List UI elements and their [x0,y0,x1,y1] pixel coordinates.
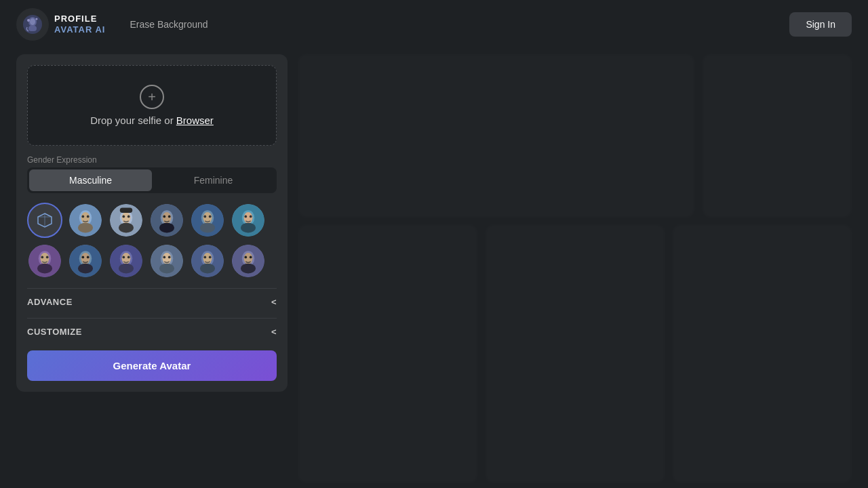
svg-point-42 [37,264,52,274]
avatar-item[interactable] [68,243,103,279]
svg-point-72 [241,264,256,274]
right-bottom-card-2 [486,225,665,483]
customize-chevron-icon: < [271,327,277,337]
svg-point-17 [119,223,134,233]
right-bottom-card-3 [673,225,852,483]
gender-toggle: Masculine Feminine [27,167,277,193]
right-bottom-card-1 [298,225,477,483]
svg-point-10 [87,216,90,218]
svg-point-47 [87,256,90,259]
svg-point-53 [127,256,130,259]
logo-text: PROFILE AVATAR AI [54,14,105,35]
svg-rect-3 [28,26,37,31]
svg-point-71 [250,256,252,259]
svg-point-41 [46,256,49,259]
gender-label: Gender Expression [27,155,277,165]
svg-point-28 [203,216,206,218]
svg-point-29 [209,216,212,218]
svg-point-58 [163,256,165,259]
advance-section: ADVANCE < [27,288,277,308]
logo: PROFILE AVATAR AI [16,8,105,41]
svg-point-64 [203,256,206,259]
generate-avatar-button[interactable]: Generate Avatar [27,350,277,381]
left-panel: + Drop your selfie or Browser Gender Exp… [16,54,288,392]
avatar-item[interactable] [231,203,266,238]
avatar-item[interactable] [108,203,144,238]
avatar-item[interactable] [190,203,225,238]
svg-point-36 [241,223,256,233]
sign-in-button[interactable]: Sign In [789,12,852,37]
avatar-item[interactable] [149,203,184,238]
svg-point-48 [78,264,93,274]
svg-point-9 [81,216,84,218]
customize-label: CUSTOMIZE [27,327,82,337]
avatar-item[interactable] [27,243,62,279]
header-left: PROFILE AVATAR AI Erase Background [16,8,208,41]
svg-point-22 [163,216,165,218]
upload-area[interactable]: + Drop your selfie or Browser [27,65,277,146]
upload-plus-icon: + [140,85,164,109]
svg-point-16 [127,216,130,218]
svg-rect-18 [120,208,132,213]
svg-point-54 [119,264,134,274]
avatar-row-1 [27,203,277,238]
svg-point-60 [159,264,174,274]
svg-point-11 [78,223,93,233]
advance-header[interactable]: ADVANCE < [27,297,277,308]
feminine-button[interactable]: Feminine [152,169,275,191]
header: PROFILE AVATAR AI Erase Background Sign … [0,0,868,49]
avatar-3d-icon[interactable] [27,203,62,238]
svg-point-5 [36,18,38,20]
svg-point-40 [41,256,43,259]
avatar-item[interactable] [149,243,184,279]
right-card-2 [703,54,852,217]
svg-point-30 [200,223,215,233]
main-content: + Drop your selfie or Browser Gender Exp… [0,49,868,488]
svg-point-35 [250,216,252,218]
avatar-item[interactable] [68,203,103,238]
customize-section: CUSTOMIZE < [27,318,277,338]
logo-icon [16,8,49,41]
svg-point-15 [122,216,125,218]
browser-link[interactable]: Browser [176,115,214,126]
svg-point-23 [168,216,171,218]
advance-label: ADVANCE [27,297,73,307]
avatar-item[interactable] [231,243,266,279]
svg-point-70 [244,256,247,259]
svg-point-66 [200,264,215,274]
advance-chevron-icon: < [271,297,277,307]
svg-point-34 [244,216,247,218]
customize-header[interactable]: CUSTOMIZE < [27,327,277,338]
svg-point-65 [209,256,212,259]
svg-point-4 [27,19,30,22]
right-top-row [298,54,852,217]
svg-point-59 [168,256,171,259]
svg-point-2 [30,18,35,25]
avatar-item[interactable] [108,243,144,279]
avatar-row-2 [27,243,277,279]
svg-point-24 [159,223,174,233]
avatar-grid [27,203,277,279]
right-panel [298,49,852,488]
right-card-1 [298,54,694,217]
svg-point-46 [81,256,84,259]
upload-text: Drop your selfie or Browser [90,115,214,126]
avatar-item[interactable] [190,243,225,279]
svg-point-52 [122,256,125,259]
gender-section: Gender Expression Masculine Feminine [27,155,277,193]
nav-erase-background[interactable]: Erase Background [130,19,208,30]
right-bottom-row [298,225,852,483]
masculine-button[interactable]: Masculine [29,169,152,191]
